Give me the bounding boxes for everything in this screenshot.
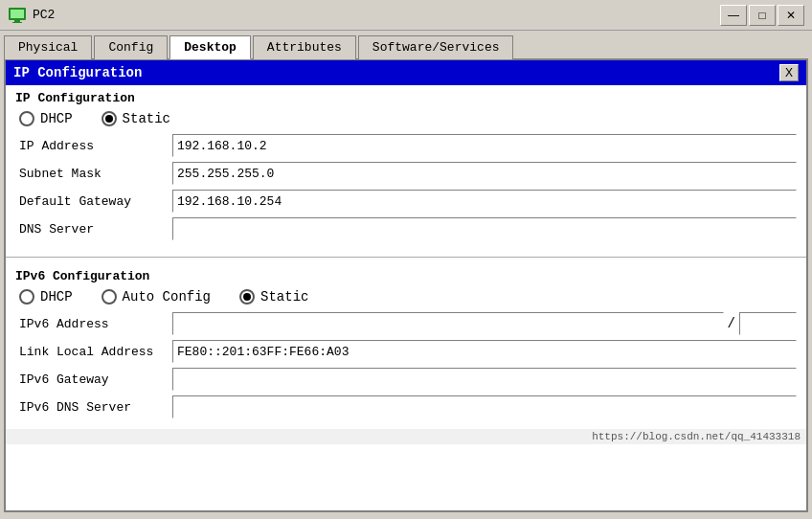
link-local-address-label: Link Local Address	[19, 345, 172, 359]
ipv6-gateway-input[interactable]	[172, 368, 797, 391]
ipv6-auto-config-label: Auto Config	[123, 289, 211, 305]
ipv4-dhcp-radio-circle	[19, 111, 34, 126]
ipv6-auto-radio-circle	[102, 289, 117, 305]
tab-software-services[interactable]: Software/Services	[358, 35, 514, 59]
subnet-mask-input[interactable]	[172, 162, 797, 185]
ipv6-dns-server-input[interactable]	[172, 395, 797, 418]
ip-config-close-button[interactable]: X	[779, 64, 799, 81]
pc-icon	[8, 6, 27, 25]
dns-server-input[interactable]	[172, 217, 797, 240]
section-divider	[6, 257, 806, 258]
link-local-address-input[interactable]	[172, 340, 797, 363]
dns-server-label: DNS Server	[19, 222, 172, 237]
ipv6-auto-config-radio[interactable]: Auto Config	[102, 289, 211, 305]
ipv6-dns-server-label: IPv6 DNS Server	[19, 400, 172, 415]
ipv6-prefix-input[interactable]	[739, 312, 797, 335]
subnet-mask-row: Subnet Mask	[15, 162, 797, 185]
ipv4-static-label: Static	[123, 111, 170, 126]
title-bar: PC2 — □ ✕	[0, 0, 812, 31]
default-gateway-row: Default Gateway	[15, 190, 797, 213]
ipv4-static-radio-circle	[102, 111, 117, 126]
ipv4-radio-row: DHCP Static	[15, 111, 797, 126]
svg-rect-2	[14, 20, 20, 22]
close-button[interactable]: ✕	[778, 5, 804, 26]
ipv4-section-title: IP Configuration	[15, 91, 797, 105]
window-title: PC2	[33, 8, 55, 22]
ipv6-static-radio[interactable]: Static	[239, 289, 308, 305]
ipv6-gateway-row: IPv6 Gateway	[15, 368, 797, 391]
ipv6-radio-row: DHCP Auto Config Static	[15, 289, 797, 305]
tabs-bar: Physical Config Desktop Attributes Softw…	[0, 31, 812, 58]
ip-config-header: IP Configuration X	[6, 60, 806, 85]
svg-rect-3	[12, 22, 22, 23]
ip-config-header-title: IP Configuration	[13, 65, 142, 80]
default-gateway-input[interactable]	[172, 190, 797, 213]
ipv6-section-title: IPv6 Configuration	[15, 269, 797, 283]
ipv6-static-radio-circle	[239, 289, 255, 305]
ipv6-dhcp-radio[interactable]: DHCP	[19, 289, 73, 305]
watermark: https://blog.csdn.net/qq_41433318	[6, 429, 806, 444]
svg-rect-1	[11, 10, 24, 18]
ipv4-dhcp-radio[interactable]: DHCP	[19, 111, 73, 126]
ipv6-section: IPv6 Configuration DHCP Auto Config Stat…	[6, 263, 806, 429]
default-gateway-label: Default Gateway	[19, 194, 172, 209]
tab-config[interactable]: Config	[94, 35, 168, 59]
title-bar-controls: — □ ✕	[720, 5, 804, 26]
ipv6-gateway-label: IPv6 Gateway	[19, 372, 172, 387]
ipv6-address-group: /	[172, 312, 797, 335]
ipv6-dns-server-row: IPv6 DNS Server	[15, 395, 797, 418]
content-area: IP Configuration X IP Configuration DHCP…	[4, 58, 808, 512]
minimize-button[interactable]: —	[720, 5, 747, 26]
slash-separator: /	[728, 316, 735, 331]
ipv6-address-row: IPv6 Address /	[15, 312, 797, 335]
dns-server-row: DNS Server	[15, 217, 797, 240]
subnet-mask-label: Subnet Mask	[19, 167, 172, 181]
ipv6-static-label: Static	[260, 289, 308, 305]
link-local-address-row: Link Local Address	[15, 340, 797, 363]
ipv6-dhcp-label: DHCP	[40, 289, 73, 305]
title-bar-left: PC2	[8, 6, 55, 25]
ipv4-section: IP Configuration DHCP Static IP Address …	[6, 85, 806, 251]
ipv6-address-input[interactable]	[172, 312, 724, 335]
maximize-button[interactable]: □	[749, 5, 776, 26]
tab-desktop[interactable]: Desktop	[169, 35, 251, 59]
ip-address-row: IP Address	[15, 134, 797, 157]
tab-attributes[interactable]: Attributes	[253, 35, 356, 59]
ipv4-static-radio[interactable]: Static	[102, 111, 170, 126]
ipv6-dhcp-radio-circle	[19, 289, 34, 305]
ip-address-input[interactable]	[172, 134, 797, 157]
tab-physical[interactable]: Physical	[4, 35, 92, 59]
ipv4-dhcp-label: DHCP	[40, 111, 73, 126]
ip-address-label: IP Address	[19, 139, 172, 153]
ipv6-address-label: IPv6 Address	[19, 317, 172, 331]
